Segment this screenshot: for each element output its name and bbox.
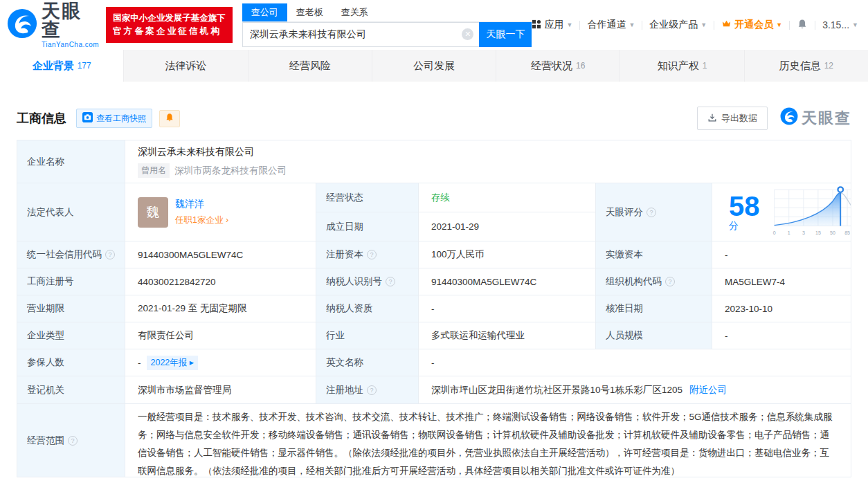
crown-icon xyxy=(721,19,732,31)
divider xyxy=(815,21,815,30)
field-label-score: 天眼评分 ? xyxy=(596,183,712,241)
field-value-paid-capital: - xyxy=(712,241,851,268)
field-label-establish-date: 成立日期 xyxy=(316,212,419,241)
field-value-org-code: MA5GLEW7-4 xyxy=(712,268,851,295)
user-menu-label: 3.15... xyxy=(822,19,849,30)
tab-label: 历史信息 xyxy=(779,60,821,73)
field-value-reg-number: 440300212842720 xyxy=(125,268,316,295)
nearby-companies-link[interactable]: 附近公司 xyxy=(689,384,727,396)
logo-title: 天眼查 xyxy=(42,2,99,39)
help-icon[interactable]: ? xyxy=(665,277,675,286)
camera-icon xyxy=(82,112,93,125)
field-label-company-type: 企业类型 xyxy=(17,322,125,349)
chevron-down-icon: ▼ xyxy=(700,21,707,28)
field-label-staff-size: 人员规模 xyxy=(596,322,712,349)
gov-badge-line2: 官方备案企业征信机构 xyxy=(113,25,226,38)
clear-search-icon[interactable]: ✕ xyxy=(462,28,473,40)
field-value-taxpayer-quality: - xyxy=(419,295,596,322)
tab-count: 16 xyxy=(576,61,585,71)
divider xyxy=(579,21,580,30)
registered-address: 深圳市坪山区龙田街道竹坑社区开景路10号1栋乐彩厂区1205 xyxy=(431,384,682,396)
business-info-header: 工商信息 查看工商快照 导出数据 天眼查 xyxy=(17,107,851,130)
tab-company-development[interactable]: 公司发展 xyxy=(372,50,496,82)
search-block: 查公司 查老板 查关系 ✕ 天眼一下 xyxy=(242,3,532,47)
search-tab-company[interactable]: 查公司 xyxy=(242,3,287,21)
svg-text:1: 1 xyxy=(787,230,790,235)
field-label-industry: 行业 xyxy=(316,322,419,349)
nav-cooperation-label: 合作通道 xyxy=(587,19,626,31)
help-icon[interactable]: ? xyxy=(68,436,78,446)
tianyancha-logo[interactable]: 天眼查 TianYanCha.com xyxy=(7,2,99,48)
business-scope-text: 一般经营项目是：技术服务、技术开发、技术咨询、技术交流、技术转让、技术推广；终端… xyxy=(138,408,838,477)
help-icon[interactable]: ? xyxy=(367,250,377,259)
help-icon[interactable]: ? xyxy=(367,385,377,395)
tab-count: 177 xyxy=(78,61,91,71)
field-label-approve-date: 核准日期 xyxy=(596,295,712,322)
field-value-registry: 深圳市市场监督管理局 xyxy=(125,376,316,404)
user-menu[interactable]: 3.15... ▼ xyxy=(822,19,858,30)
svg-text:0: 0 xyxy=(772,230,775,235)
former-name: 深圳市两条龙科技有限公司 xyxy=(174,165,287,177)
tab-intellectual-property[interactable]: 知识产权 1 xyxy=(620,50,744,82)
field-label-reg-number: 工商注册号 xyxy=(17,268,125,295)
field-value-business-term: 2021-01-29 至 无固定期限 xyxy=(125,295,316,322)
field-value-insured-count: - 2022年报 ▸ xyxy=(125,349,316,376)
field-value-approve-date: 2023-10-10 xyxy=(712,295,851,322)
tab-operational-risk[interactable]: 经营风险 xyxy=(248,50,372,82)
notifications-bell[interactable] xyxy=(797,19,808,32)
tab-company-background[interactable]: 企业背景 177 xyxy=(0,50,124,82)
chevron-down-icon: ▼ xyxy=(629,21,635,28)
field-label-paid-capital: 实缴资本 xyxy=(596,241,712,268)
field-label-company-name: 企业名称 xyxy=(17,140,125,183)
apps-grid-icon xyxy=(532,19,541,31)
field-label-insured-count: 参保人数 xyxy=(17,349,125,376)
svg-text:15: 15 xyxy=(815,230,821,235)
score-unit: 分 xyxy=(729,220,739,231)
nav-enterprise-products[interactable]: 企业级产品 ▼ xyxy=(649,19,707,31)
chevron-down-icon: ▼ xyxy=(852,21,858,28)
snapshot-button[interactable]: 查看工商快照 xyxy=(76,109,152,128)
logo-subtitle: TianYanCha.com xyxy=(42,42,99,48)
search-input[interactable] xyxy=(250,29,462,40)
help-icon[interactable]: ? xyxy=(647,208,656,217)
help-icon[interactable]: ? xyxy=(386,277,395,286)
chevron-down-icon: ▼ xyxy=(776,21,782,28)
search-tab-relation[interactable]: 查关系 xyxy=(332,3,377,21)
score-marker-icon xyxy=(838,187,842,192)
nav-vip-membership[interactable]: 开通会员 ▼ xyxy=(721,19,782,31)
search-tab-boss[interactable]: 查老板 xyxy=(287,3,332,21)
tab-label: 公司发展 xyxy=(413,60,455,73)
export-data-button[interactable]: 导出数据 xyxy=(697,107,768,130)
section-title: 工商信息 xyxy=(17,110,66,127)
nav-apps[interactable]: 应用 ▼ xyxy=(532,19,572,31)
field-value-status: 存续 xyxy=(419,183,596,212)
business-info-table: 企业名称 深圳云承未来科技有限公司 曾用名 深圳市两条龙科技有限公司 法定代表人… xyxy=(17,140,851,477)
eye-logo-icon xyxy=(7,8,37,42)
tab-label: 企业背景 xyxy=(33,60,74,73)
search-tabs: 查公司 查老板 查关系 xyxy=(242,3,532,22)
field-value-company-type: 有限责任公司 xyxy=(125,322,316,349)
score-distribution-chart: 0 1 3 15 50 85 97 99 100 xyxy=(771,184,852,240)
search-button[interactable]: 天眼一下 xyxy=(479,22,532,47)
snapshot-button-label: 查看工商快照 xyxy=(96,113,146,125)
help-icon[interactable]: ? xyxy=(105,250,115,259)
field-label-status: 经营状态 xyxy=(316,183,419,212)
company-name: 深圳云承未来科技有限公司 xyxy=(138,146,254,158)
former-name-badge: 曾用名 xyxy=(138,163,170,178)
monitor-alert-button[interactable] xyxy=(159,110,180,127)
field-label-taxpayer-quality: 纳税人资质 xyxy=(316,295,419,322)
tab-history-info[interactable]: 历史信息 12 xyxy=(745,50,868,82)
tab-legal-proceedings[interactable]: 法律诉讼 xyxy=(124,50,248,82)
legal-rep-companies-link[interactable]: 任职1家企业 › xyxy=(175,214,228,226)
svg-text:3: 3 xyxy=(802,230,804,235)
field-value-address: 深圳市坪山区龙田街道竹坑社区开景路10号1栋乐彩厂区1205 附近公司 xyxy=(419,376,851,404)
tab-operating-status[interactable]: 经营状况 16 xyxy=(496,50,620,82)
status-badge: 存续 xyxy=(431,192,450,204)
nav-cooperation[interactable]: 合作通道 ▼ xyxy=(587,19,635,31)
legal-rep-avatar[interactable]: 魏 xyxy=(138,197,168,228)
nav-enterprise-label: 企业级产品 xyxy=(649,19,698,31)
field-value-establish-date: 2021-01-29 xyxy=(419,212,596,241)
company-section-tabs: 企业背景 177 法律诉讼 经营风险 公司发展 经营状况 16 知识产权 1 历… xyxy=(0,50,868,82)
annual-report-link[interactable]: 2022年报 ▸ xyxy=(147,356,199,370)
legal-rep-name-link[interactable]: 魏洋洋 xyxy=(175,198,228,210)
